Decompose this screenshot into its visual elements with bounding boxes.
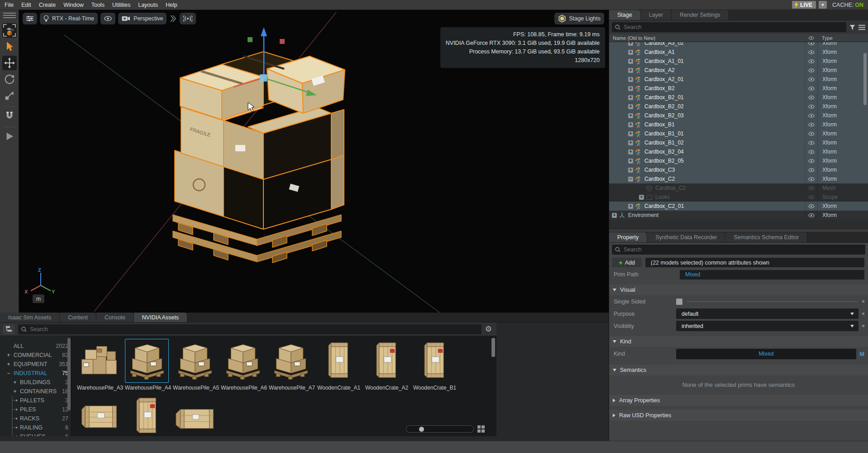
menu-item-tools[interactable]: Tools [91, 2, 105, 8]
expand-toggle[interactable]: + [628, 140, 633, 145]
purpose-dropdown[interactable]: default [676, 308, 858, 319]
expand-toggle[interactable]: + [628, 122, 633, 127]
menu-item-window[interactable]: Window [63, 2, 83, 8]
expand-toggle[interactable]: + [628, 42, 633, 46]
asset-thumbnail[interactable] [125, 394, 169, 436]
expand-plus-icon[interactable]: + [5, 352, 12, 358]
visibility-eye-icon[interactable] [805, 202, 817, 211]
expand-toggle[interactable]: + [628, 86, 633, 91]
category-tree-toggle-button[interactable] [3, 324, 14, 334]
snap-tool-button[interactable] [2, 109, 17, 123]
visibility-eye-icon[interactable] [805, 193, 817, 202]
asset-item-woodencrate_b1[interactable]: WoodenCrate_B1 [413, 339, 457, 391]
asset-thumbnail[interactable] [77, 394, 121, 436]
stage-row[interactable]: +Cardbox_A1Xform [609, 48, 868, 57]
asset-item-woodencrate_a2[interactable]: WoodenCrate_A2 [365, 339, 409, 391]
visibility-eye-icon[interactable] [805, 93, 817, 102]
expand-toggle[interactable]: + [612, 213, 617, 218]
select-tool-button[interactable] [2, 39, 17, 54]
camera-selector[interactable]: Perspective [118, 13, 167, 24]
asset-thumbnail[interactable] [365, 339, 409, 383]
expand-toggle[interactable]: + [628, 50, 633, 55]
tab-render-settings[interactable]: Render Settings [672, 10, 729, 20]
expand-toggle[interactable]: + [628, 204, 633, 209]
expand-toggle[interactable]: + [628, 113, 633, 118]
reset-value-dot[interactable] [862, 300, 864, 303]
name-column-header[interactable]: Name (Old to New) [609, 35, 805, 41]
semantics-section-header[interactable]: Semantics [609, 365, 868, 376]
renderer-selector[interactable]: RTX - Real-Time [40, 13, 98, 24]
gear-icon[interactable]: ⚙ [485, 325, 492, 333]
expand-toggle[interactable]: + [628, 77, 633, 82]
expand-toggle[interactable]: + [628, 104, 633, 109]
rotate-tool-button[interactable] [2, 72, 17, 87]
expand-toggle[interactable]: + [628, 168, 633, 173]
slider-knob[interactable] [419, 427, 424, 432]
reset-value-dot[interactable] [862, 325, 864, 327]
visibility-eye-icon[interactable] [805, 102, 817, 111]
visibility-eye-icon[interactable] [805, 120, 817, 129]
visual-section-header[interactable]: Visual [609, 284, 868, 295]
grid-view-icon[interactable] [477, 425, 485, 433]
asset-item[interactable] [125, 394, 169, 436]
filter-icon[interactable] [849, 24, 856, 31]
toolbar-expand-chevron-icon[interactable] [169, 15, 177, 22]
stage-row[interactable]: +Cardbox_A3_02Xform [609, 42, 868, 48]
expand-toggle[interactable]: + [628, 131, 633, 136]
stage-row[interactable]: +Cardbox_B2_01Xform [609, 93, 868, 102]
asset-item[interactable] [77, 394, 121, 436]
add-attribute-button[interactable]: + Add [612, 258, 642, 267]
stage-row[interactable]: +Cardbox_A2_01Xform [609, 75, 868, 84]
live-dropdown-chevron-icon[interactable]: ▼ [819, 1, 827, 9]
stage-row[interactable]: +Cardbox_C2Mesh [609, 183, 868, 193]
menu-item-help[interactable]: Help [166, 2, 177, 8]
menu-item-utilities[interactable]: Utilities [112, 2, 130, 8]
category-piles[interactable]: PILES12 [0, 405, 71, 414]
category-racks[interactable]: RACKS27 [0, 414, 71, 423]
category-railing[interactable]: RAILING6 [0, 423, 71, 432]
stage-lights-button[interactable]: Stage Lights [554, 13, 605, 24]
stage-row[interactable]: +Cardbox_A1_01Xform [609, 57, 868, 66]
asset-thumbnail[interactable] [317, 339, 361, 383]
visibility-eye-icon[interactable] [805, 147, 817, 156]
stage-row[interactable]: +Cardbox_C3Xform [609, 165, 868, 174]
visibility-eye-icon[interactable] [805, 211, 817, 220]
assets-search-input[interactable] [18, 324, 482, 334]
single-sided-checkbox[interactable] [676, 299, 682, 305]
viewport-3d[interactable]: FRAGILE [19, 10, 609, 313]
list-menu-icon[interactable] [858, 24, 865, 30]
expand-toggle[interactable]: + [628, 68, 633, 73]
visibility-eye-icon[interactable] [805, 66, 817, 75]
visibility-eye-icon[interactable] [805, 42, 817, 48]
play-button[interactable] [2, 129, 17, 144]
category-equipment[interactable]: +EQUIPMENT351 [0, 360, 71, 369]
visibility-eye-icon[interactable] [805, 138, 817, 147]
array-properties-header[interactable]: Array Properties [609, 395, 868, 406]
render-settings-button[interactable] [23, 13, 37, 24]
tab-isaac-sim-assets[interactable]: Isaac Sim Assets [0, 313, 60, 322]
expand-toggle[interactable]: + [628, 159, 633, 164]
category-buildings[interactable]: +BUILDINGS2 [0, 378, 71, 387]
type-column-header[interactable]: Type [817, 35, 863, 41]
tab-property[interactable]: Property [609, 232, 647, 242]
kind-section-header[interactable]: Kind [609, 336, 868, 347]
category-pallets[interactable]: PALLETS3 [0, 396, 71, 405]
tab-synthetic-data-recorder[interactable]: Synthetic Data Recorder [647, 232, 725, 242]
category-industrial[interactable]: −INDUSTRIAL75 [0, 369, 71, 378]
live-button[interactable]: LIVE [792, 1, 816, 9]
stage-row[interactable]: +Cardbox_B1_02Xform [609, 138, 868, 147]
units-badge[interactable]: m [33, 294, 44, 303]
expand-toggle[interactable]: + [628, 95, 633, 100]
expand-toggle[interactable]: + [628, 59, 633, 64]
audio-button[interactable] [180, 13, 196, 24]
visibility-eye-icon[interactable] [805, 174, 817, 183]
category-commercial[interactable]: +COMMERCIAL82 [0, 351, 71, 360]
visibility-eye-icon[interactable] [805, 129, 817, 138]
asset-thumbnail[interactable] [413, 339, 457, 383]
property-search-input[interactable] [612, 245, 865, 255]
tab-stage[interactable]: Stage [609, 10, 641, 20]
visibility-eye-icon[interactable] [805, 156, 817, 165]
category-containers[interactable]: +CONTAINERS18 [0, 387, 71, 396]
stage-row[interactable]: +Cardbox_B2Xform [609, 84, 868, 93]
visibility-eye-icon[interactable] [805, 48, 817, 57]
